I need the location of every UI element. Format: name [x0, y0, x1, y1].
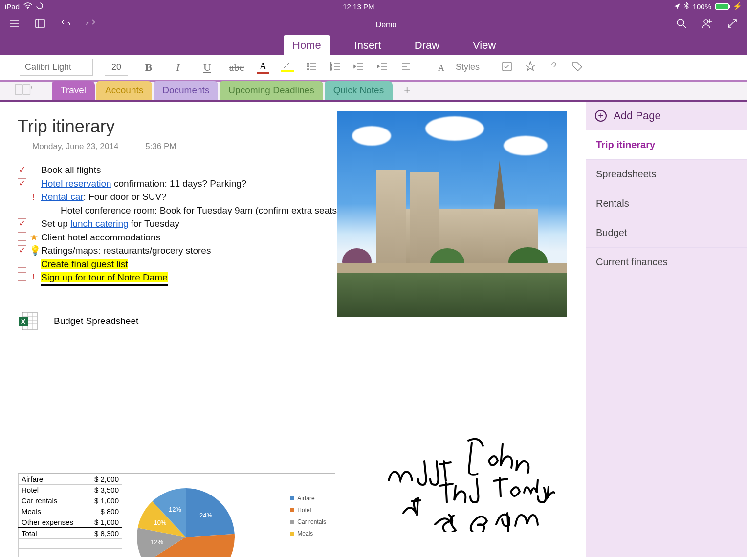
- svg-text:X: X: [21, 318, 26, 325]
- svg-text:12%: 12%: [169, 506, 181, 513]
- app-header: Demo Home Insert Draw View: [0, 13, 747, 55]
- svg-point-6: [308, 68, 309, 70]
- ink-handwriting[interactable]: [386, 434, 562, 541]
- svg-rect-13: [23, 85, 30, 94]
- pie-chart: 24%42%12%10%12% AirfareHotelCar rentalsM…: [122, 474, 335, 557]
- checkbox-icon[interactable]: [18, 272, 26, 281]
- attachment-label: Budget Spreadsheet: [54, 316, 138, 326]
- bluetooth-icon: [684, 2, 689, 11]
- note-canvas[interactable]: Trip itinerary Monday, June 23, 2014 5:3…: [0, 102, 586, 557]
- section-tab-travel[interactable]: Travel: [52, 81, 95, 100]
- italic-button[interactable]: I: [169, 61, 187, 74]
- location-icon: [674, 2, 680, 11]
- font-name-select[interactable]: Calibri Light: [20, 59, 93, 76]
- highlight-button[interactable]: [281, 62, 294, 72]
- font-color-button[interactable]: A: [257, 61, 269, 74]
- battery-icon: [715, 3, 729, 10]
- format-toolbar: Calibri Light 20 B I U abc A 123 A Style…: [0, 55, 747, 80]
- checkbox-icon[interactable]: [18, 178, 26, 187]
- clock: 12:13 PM: [43, 2, 674, 11]
- tab-home[interactable]: Home: [284, 35, 330, 55]
- svg-point-4: [308, 63, 309, 64]
- strikethrough-button[interactable]: abc: [228, 61, 245, 74]
- svg-text:12%: 12%: [151, 538, 163, 546]
- embedded-spreadsheet[interactable]: Airfare$ 2,000Hotel$ 3,500Car rentals$ 1…: [18, 473, 335, 557]
- outdent-button[interactable]: [353, 61, 365, 74]
- pages-pane: + Add Page Trip itinerarySpreadsheetsRen…: [586, 102, 747, 557]
- font-size-select[interactable]: 20: [105, 59, 128, 76]
- add-page-button[interactable]: + Add Page: [586, 102, 747, 130]
- section-tab-quicknotes[interactable]: Quick Notes: [325, 81, 393, 100]
- device-label: iPad: [5, 2, 20, 11]
- tab-draw[interactable]: Draw: [406, 35, 448, 55]
- svg-text:A: A: [438, 63, 444, 73]
- todo-tag-button[interactable]: [501, 61, 513, 74]
- indent-button[interactable]: [376, 61, 388, 74]
- svg-text:24%: 24%: [199, 512, 212, 519]
- menu-icon[interactable]: [9, 18, 21, 31]
- underline-button[interactable]: U: [198, 61, 216, 74]
- photo-notre-dame[interactable]: [337, 111, 567, 317]
- notebook-name: Demo: [97, 20, 676, 29]
- bullets-button[interactable]: [306, 61, 318, 74]
- share-user-icon[interactable]: [701, 18, 713, 31]
- battery-pct: 100%: [693, 2, 711, 11]
- sync-icon: [36, 2, 43, 11]
- checkbox-icon[interactable]: [18, 245, 26, 254]
- checkbox-icon[interactable]: [18, 218, 26, 227]
- svg-text:3: 3: [330, 67, 332, 71]
- svg-rect-12: [15, 85, 22, 94]
- page-item[interactable]: Spreadsheets: [586, 160, 747, 189]
- checkbox-icon[interactable]: [18, 192, 26, 200]
- status-bar: iPad 12:13 PM 100% ⚡: [0, 0, 747, 13]
- search-icon[interactable]: [676, 18, 687, 31]
- plus-icon: +: [595, 110, 607, 122]
- question-tag-button[interactable]: [548, 61, 560, 74]
- svg-rect-1: [36, 19, 44, 28]
- styles-button[interactable]: A Styles: [438, 62, 480, 73]
- star-tag-button[interactable]: [525, 61, 536, 74]
- checkbox-icon[interactable]: [18, 165, 26, 173]
- ribbon-tabs: Home Insert Draw View: [0, 36, 747, 55]
- svg-point-0: [27, 8, 28, 9]
- panel-icon[interactable]: [34, 18, 46, 31]
- undo-icon[interactable]: [60, 18, 71, 31]
- add-page-label: Add Page: [614, 109, 661, 122]
- tab-view[interactable]: View: [464, 35, 505, 55]
- bold-button[interactable]: B: [140, 61, 157, 74]
- redo-icon[interactable]: [85, 18, 97, 31]
- numbering-button[interactable]: 123: [330, 61, 341, 74]
- styles-label: Styles: [456, 62, 480, 72]
- section-tab-accounts[interactable]: Accounts: [96, 81, 152, 100]
- page-item[interactable]: Rentals: [586, 189, 747, 218]
- chart-legend: AirfareHotelCar rentalsMeals: [290, 495, 326, 542]
- fullscreen-icon[interactable]: [726, 18, 738, 31]
- wifi-icon: [23, 2, 32, 11]
- tags-button[interactable]: [571, 61, 583, 74]
- notebook-nav-icon[interactable]: [15, 84, 32, 97]
- align-button[interactable]: [400, 61, 412, 74]
- charging-icon: ⚡: [733, 2, 742, 11]
- svg-point-3: [704, 20, 708, 23]
- page-item[interactable]: Budget: [586, 218, 747, 248]
- page-date: Monday, June 23, 2014: [32, 142, 118, 151]
- checkbox-icon[interactable]: [18, 232, 26, 241]
- page-item[interactable]: Trip itinerary: [586, 130, 747, 160]
- add-section-button[interactable]: +: [394, 81, 420, 100]
- budget-table: Airfare$ 2,000Hotel$ 3,500Car rentals$ 1…: [18, 474, 122, 557]
- checkbox-icon[interactable]: [18, 259, 26, 268]
- section-tabs: Travel Accounts Documents Upcoming Deadl…: [0, 80, 747, 102]
- svg-point-2: [677, 19, 684, 26]
- excel-icon: X: [18, 310, 39, 332]
- page-item[interactable]: Current finances: [586, 248, 747, 277]
- section-tab-documents[interactable]: Documents: [154, 81, 218, 100]
- page-time: 5:36 PM: [145, 142, 176, 151]
- svg-point-5: [308, 65, 309, 67]
- section-tab-deadlines[interactable]: Upcoming Deadlines: [220, 81, 323, 100]
- tab-insert[interactable]: Insert: [346, 35, 390, 55]
- svg-text:10%: 10%: [154, 519, 166, 526]
